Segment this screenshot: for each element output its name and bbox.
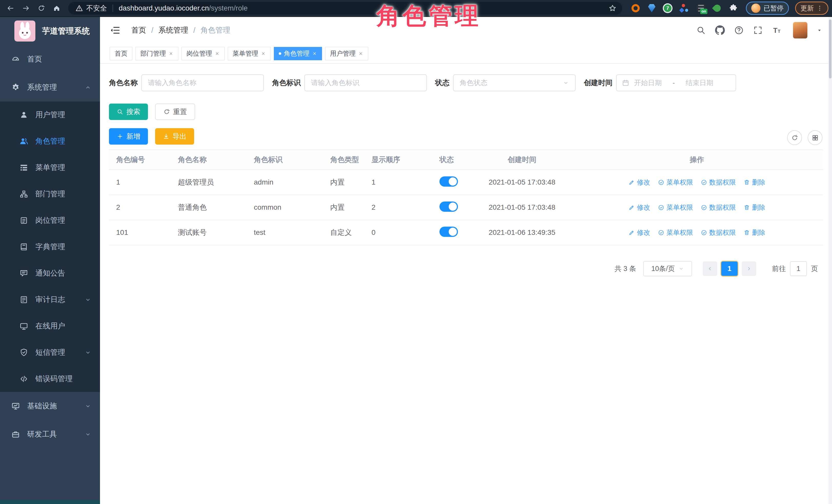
status-toggle[interactable] bbox=[439, 227, 458, 237]
date-start-placeholder: 开始日期 bbox=[634, 78, 662, 87]
reload-icon[interactable] bbox=[34, 1, 48, 15]
edit-icon bbox=[628, 230, 635, 236]
font-size-icon[interactable]: TT bbox=[772, 25, 782, 35]
prev-page-button[interactable] bbox=[703, 262, 717, 276]
action-data-permission[interactable]: 数据权限 bbox=[701, 203, 736, 212]
extension-gem-icon[interactable] bbox=[648, 4, 656, 12]
action-edit[interactable]: 修改 bbox=[628, 203, 650, 212]
breadcrumb-item[interactable]: 首页 bbox=[131, 25, 146, 35]
action-delete[interactable]: 删除 bbox=[744, 203, 765, 212]
address-bar[interactable]: 不安全 dashboard.yudao.iocoder.cn/system/ro… bbox=[68, 2, 622, 15]
post-icon bbox=[20, 216, 28, 225]
role-key-input[interactable]: 请输入角色标识 bbox=[304, 74, 427, 91]
fullscreen-icon[interactable] bbox=[753, 25, 763, 35]
tab-2[interactable]: 岗位管理 bbox=[182, 47, 225, 60]
help-icon[interactable] bbox=[734, 25, 744, 35]
sidebar-item-post[interactable]: 岗位管理 bbox=[0, 207, 100, 234]
column-header: 操作 bbox=[571, 155, 823, 165]
dict-icon bbox=[20, 242, 28, 251]
column-header: 创建时间 bbox=[473, 155, 571, 165]
close-icon[interactable] bbox=[215, 51, 220, 56]
refresh-table-button[interactable] bbox=[787, 130, 802, 145]
tab-0[interactable]: 首页 bbox=[110, 47, 132, 60]
extension-ring-icon[interactable] bbox=[631, 4, 640, 12]
status-select[interactable]: 角色状态 bbox=[453, 74, 576, 91]
search-button[interactable]: 搜索 bbox=[109, 104, 148, 120]
kebab-menu-icon[interactable] bbox=[816, 5, 823, 11]
action-edit[interactable]: 修改 bbox=[628, 228, 650, 237]
tab-5[interactable]: 用户管理 bbox=[325, 47, 368, 60]
scrollbar[interactable] bbox=[828, 17, 832, 504]
add-button[interactable]: 新增 bbox=[109, 128, 148, 144]
date-range-picker[interactable]: 开始日期 - 结束日期 bbox=[616, 74, 736, 91]
current-page[interactable]: 1 bbox=[721, 262, 738, 276]
sidebar-item-dashboard[interactable]: 首页 bbox=[0, 45, 100, 73]
role-name-placeholder: 请输入角色名称 bbox=[148, 78, 197, 87]
sidebar-item-sms[interactable]: 短信管理 bbox=[0, 339, 100, 366]
status-toggle[interactable] bbox=[439, 176, 458, 187]
sidebar-item-online[interactable]: 在线用户 bbox=[0, 313, 100, 339]
reset-button[interactable]: 重置 bbox=[155, 104, 195, 120]
peoples-icon bbox=[20, 137, 28, 145]
sidebar-item-label: 角色管理 bbox=[35, 136, 91, 147]
update-button[interactable]: 更新 bbox=[795, 2, 828, 15]
sidebar-item-code[interactable]: 错误码管理 bbox=[0, 366, 100, 392]
chevron-down-icon[interactable] bbox=[816, 27, 822, 33]
action-data-permission[interactable]: 数据权限 bbox=[701, 178, 736, 187]
home-icon[interactable] bbox=[50, 1, 63, 15]
breadcrumb-item[interactable]: 系统管理 bbox=[158, 25, 188, 35]
sidebar-item-gear[interactable]: 系统管理 bbox=[0, 73, 100, 102]
tab-3[interactable]: 菜单管理 bbox=[228, 47, 271, 60]
extensions-puzzle-icon[interactable] bbox=[729, 4, 738, 12]
column-settings-button[interactable] bbox=[808, 130, 823, 145]
action-menu-permission[interactable]: 菜单权限 bbox=[658, 178, 693, 187]
export-button[interactable]: 导出 bbox=[155, 128, 194, 144]
role-name-input[interactable]: 请输入角色名称 bbox=[141, 74, 264, 91]
action-menu-permission[interactable]: 菜单权限 bbox=[658, 203, 693, 212]
action-label: 数据权限 bbox=[709, 178, 736, 187]
sidebar-item-tree[interactable]: 部门管理 bbox=[0, 181, 100, 207]
close-icon[interactable] bbox=[312, 51, 317, 56]
action-delete[interactable]: 删除 bbox=[744, 228, 765, 237]
action-data-permission[interactable]: 数据权限 bbox=[701, 228, 736, 237]
bookmark-star-icon[interactable] bbox=[608, 4, 617, 12]
status-toggle[interactable] bbox=[439, 202, 458, 212]
sidebar-item-message[interactable]: 通知公告 bbox=[0, 260, 100, 286]
scrollbar-thumb[interactable] bbox=[829, 20, 831, 78]
delete-icon bbox=[744, 179, 750, 186]
back-icon[interactable] bbox=[4, 1, 18, 15]
sidebar-item-peoples[interactable]: 角色管理 bbox=[0, 128, 100, 154]
sidebar-logo[interactable]: 芋道管理系统 bbox=[0, 17, 100, 45]
action-menu-permission[interactable]: 菜单权限 bbox=[658, 228, 693, 237]
action-delete[interactable]: 删除 bbox=[744, 178, 765, 187]
sidebar-item-monitor[interactable]: 基础设施 bbox=[0, 392, 100, 420]
sidebar-item-user[interactable]: 用户管理 bbox=[0, 102, 100, 128]
user-avatar[interactable] bbox=[793, 22, 807, 38]
page-size-select[interactable]: 10条/页 bbox=[643, 261, 692, 276]
sidebar-menu: 首页系统管理用户管理角色管理菜单管理部门管理岗位管理字典管理通知公告审计日志在线… bbox=[0, 45, 100, 504]
extension-onoff-icon[interactable]: on bbox=[697, 4, 705, 12]
forward-icon[interactable] bbox=[19, 1, 33, 15]
github-icon[interactable] bbox=[715, 25, 725, 35]
close-icon[interactable] bbox=[168, 51, 174, 56]
cell: test bbox=[246, 229, 323, 237]
extension-seven-badge-icon[interactable]: 7 bbox=[664, 4, 672, 12]
extension-colors-icon[interactable] bbox=[680, 4, 688, 12]
sidebar-item-tool[interactable]: 研发工具 bbox=[0, 420, 100, 448]
hamburger-icon[interactable] bbox=[110, 25, 121, 36]
profile-paused-badge[interactable]: 已暂停 bbox=[746, 2, 789, 15]
sidebar-item-dict[interactable]: 字典管理 bbox=[0, 234, 100, 260]
next-page-button[interactable] bbox=[742, 262, 756, 276]
tab-label: 角色管理 bbox=[284, 49, 310, 58]
close-icon[interactable] bbox=[261, 51, 266, 56]
sidebar-item-tree-table[interactable]: 菜单管理 bbox=[0, 154, 100, 181]
close-icon[interactable] bbox=[358, 51, 363, 56]
sidebar-item-log[interactable]: 审计日志 bbox=[0, 286, 100, 313]
goto-page-input[interactable]: 1 bbox=[790, 261, 807, 276]
annotation-overlay: 角色管理 bbox=[376, 0, 481, 32]
extension-leaf-icon[interactable] bbox=[712, 3, 722, 13]
search-icon[interactable] bbox=[696, 25, 706, 35]
tab-1[interactable]: 部门管理 bbox=[135, 47, 178, 60]
tab-4[interactable]: 角色管理 bbox=[274, 47, 322, 60]
action-edit[interactable]: 修改 bbox=[628, 178, 650, 187]
